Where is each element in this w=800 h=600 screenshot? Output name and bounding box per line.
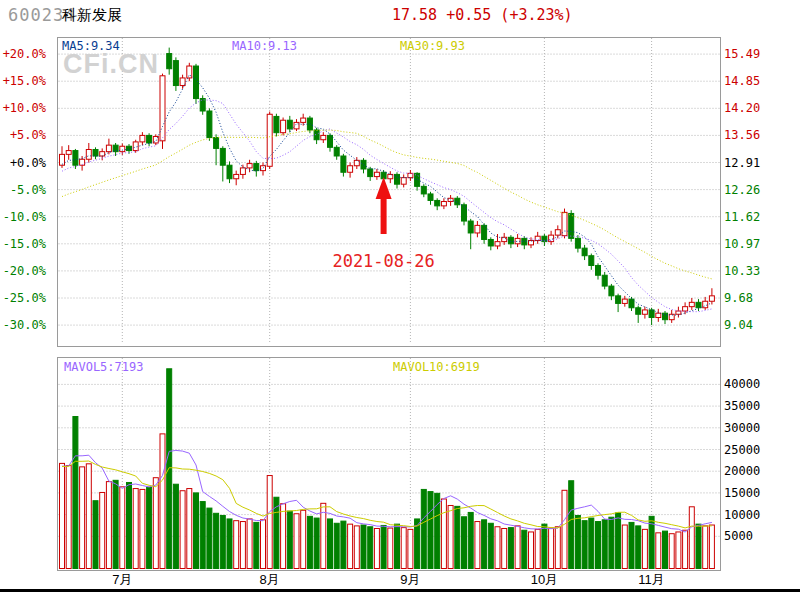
candle-body — [261, 166, 266, 171]
volume-bar — [361, 525, 366, 568]
volume-bar — [301, 510, 306, 568]
volume-bar — [575, 515, 580, 568]
volume-bar — [663, 531, 668, 568]
candle-body — [656, 313, 661, 317]
candle-body — [495, 242, 500, 246]
month-label: 10月 — [522, 571, 566, 589]
stock-quote: 17.58 +0.55 (+3.23%) — [392, 6, 573, 24]
right-axis-label: 14.20 — [724, 101, 760, 115]
volume-bar — [395, 524, 400, 568]
left-axis-label: -10.0% — [0, 210, 46, 224]
candle-body — [227, 165, 232, 179]
left-axis-label: -5.0% — [0, 183, 46, 197]
volume-bar — [616, 513, 621, 569]
volume-bar — [656, 533, 661, 569]
volume-bar — [622, 525, 627, 568]
volume-bar — [609, 517, 614, 568]
left-axis-label: -25.0% — [0, 291, 46, 305]
candle-body — [549, 235, 554, 242]
volume-bar — [120, 487, 125, 569]
candle-body — [106, 145, 111, 152]
volume-bar — [555, 527, 560, 569]
candle-body — [314, 130, 319, 140]
volume-axis-label: 40000 — [724, 377, 760, 391]
candle-body — [395, 174, 400, 184]
volume-bar — [267, 476, 272, 569]
candle-body — [207, 111, 212, 138]
candle-body — [187, 66, 192, 78]
left-axis-label: +10.0% — [0, 101, 46, 115]
volume-axis-label: 30000 — [724, 421, 760, 435]
volume-bar — [368, 527, 373, 569]
volume-bar — [549, 528, 554, 568]
volume-bar — [247, 519, 252, 569]
candle-body — [475, 225, 480, 233]
right-axis-label: 10.97 — [724, 237, 760, 251]
left-axis-label: -30.0% — [0, 318, 46, 332]
volume-bar — [596, 522, 601, 569]
volume-bar — [227, 519, 232, 569]
volume-bar — [696, 524, 701, 568]
mavol5-label: MAVOL5:7193 — [64, 360, 143, 374]
volume-bar — [589, 518, 594, 568]
volume-bar — [642, 529, 647, 568]
volume-bar — [709, 525, 714, 568]
volume-bar — [140, 489, 145, 568]
candle-body — [167, 54, 172, 69]
volume-bar — [100, 492, 105, 568]
candle-body — [354, 160, 359, 165]
volume-bar — [408, 529, 413, 568]
right-axis-label: 11.62 — [724, 210, 760, 224]
volume-bar — [602, 520, 607, 569]
candle-body — [160, 76, 165, 141]
candle-body — [421, 186, 426, 194]
volume-bar — [529, 532, 534, 569]
candle-body — [301, 118, 306, 122]
volume-bar — [381, 525, 386, 568]
candle-body — [374, 172, 379, 176]
volume-bar — [127, 482, 132, 568]
candle-body — [462, 205, 467, 221]
volume-bar — [80, 467, 85, 569]
volume-bar — [441, 499, 446, 569]
volume-bar — [676, 532, 681, 569]
volume-bar — [502, 528, 507, 568]
candle-body — [582, 248, 587, 256]
left-axis-label: -15.0% — [0, 237, 46, 251]
candle-body — [214, 138, 219, 149]
candle-body — [401, 178, 406, 185]
volume-bar — [93, 501, 98, 569]
right-axis-label: 14.85 — [724, 74, 760, 88]
volume-bar — [468, 512, 473, 568]
candle-body — [133, 142, 138, 151]
volume-bar — [428, 492, 433, 569]
volume-bar — [354, 526, 359, 569]
month-label: 11月 — [630, 571, 674, 589]
volume-bar — [328, 519, 333, 569]
candle-body — [321, 135, 326, 139]
candle-body — [173, 61, 178, 86]
watermark-logo: CFi.CN — [63, 49, 159, 80]
volume-bar — [73, 417, 78, 569]
volume-bar — [200, 502, 205, 569]
candle-body — [294, 122, 299, 129]
volume-bar — [348, 524, 353, 568]
volume-axis-label: 20000 — [724, 464, 760, 478]
candle-body — [596, 265, 601, 275]
right-axis-label: 12.26 — [724, 183, 760, 197]
candle-body — [120, 146, 125, 151]
candle-body — [636, 308, 641, 315]
volume-bar — [341, 521, 346, 568]
volume-bar — [582, 521, 587, 569]
volume-bar — [562, 490, 567, 568]
left-axis-label: +5.0% — [0, 128, 46, 142]
volume-bar — [475, 522, 480, 569]
candle-body — [361, 160, 366, 169]
volume-bar — [515, 526, 520, 569]
candle-body — [649, 310, 654, 318]
volume-bar — [60, 463, 65, 568]
volume-bar — [194, 493, 199, 569]
volume-bar — [294, 514, 299, 569]
candle-body — [147, 135, 152, 143]
volume-bar — [669, 534, 674, 569]
